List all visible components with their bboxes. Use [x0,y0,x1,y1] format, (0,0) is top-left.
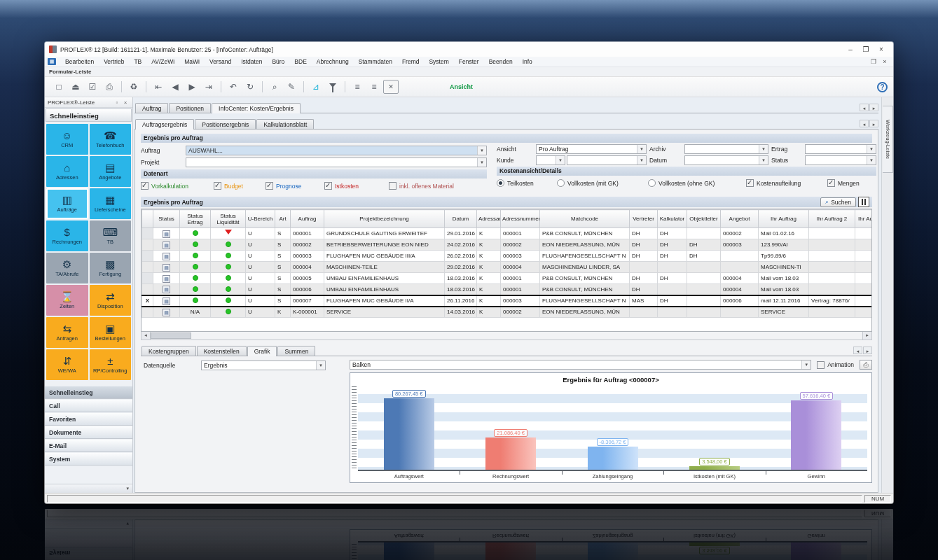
menu-item-fenster[interactable]: Fenster [454,58,484,65]
chevron-down-icon[interactable]: ▼ [867,156,876,164]
row-detail-icon[interactable]: ▤ [163,230,170,238]
delete-icon[interactable]: ♻ [126,80,142,94]
menu-item-abrechnung[interactable]: Abrechnung [312,58,354,65]
sidebar-tile-disposition[interactable]: ⇄Disposition [90,285,132,316]
tab-scroll-right-icon[interactable]: ▸ [863,346,872,354]
menu-item-versand[interactable]: Versand [205,58,236,65]
check-option-istkosten[interactable]: Istkosten [324,182,389,190]
row-detail-icon[interactable]: ▤ [163,275,170,283]
scroll-right-icon[interactable]: ▸ [862,332,871,340]
column-header-auftrag[interactable]: Auftrag [291,210,324,228]
checkbox-vorkalkulation[interactable] [141,182,149,190]
sidebar-tile-angebote[interactable]: ▤Angebote [90,156,132,187]
column-header-status[interactable]: Status [153,210,180,228]
sidebar-tile-telefonbuch[interactable]: ☎Telefonbuch [90,124,132,155]
chevron-down-icon[interactable]: ▼ [477,146,486,155]
table-row[interactable]: X▤US000007FLUGHAFEN MUC GEBÄUDE II/A26.1… [142,295,873,307]
check-option-vorkalkulation[interactable]: Vorkalkulation [141,182,214,190]
chevron-down-icon[interactable]: ▼ [759,156,768,164]
sidebar-tile-bestellungen[interactable]: ▣Bestellungen [90,317,132,348]
chevron-down-icon[interactable]: ▼ [556,156,565,164]
checkbox-kostenaufteilung[interactable] [746,179,754,187]
bottomtab-kostenstellen[interactable]: Kostenstellen [197,346,247,356]
chevron-down-icon[interactable]: ▼ [759,145,768,153]
column-header-ihr-au[interactable]: Ihr Au [855,210,873,228]
sidebar-tile-adressen[interactable]: ⌂Adressen [46,156,88,187]
last-record-icon[interactable]: ⇥ [201,80,216,94]
chevron-down-icon[interactable]: ▼ [477,158,486,167]
row-selector-cell[interactable] [142,284,153,295]
filter-delta-icon[interactable]: ⊿ [308,80,324,94]
row-selector-cell[interactable] [142,262,153,273]
mdi-close-icon[interactable]: × [879,58,890,65]
undo-icon[interactable]: ↶ [226,80,241,94]
row-detail-icon[interactable]: ▤ [163,264,170,272]
menu-item-vertrieb[interactable]: Vertrieb [99,58,129,65]
sidebar-tile-rp-controlling[interactable]: ±RP/Controlling [90,349,132,380]
column-header-ihr-auftrag[interactable]: Ihr Auftrag [759,210,809,228]
bottomtab-grafik[interactable]: Grafik [247,346,277,356]
column-header-projektbezeichnung[interactable]: Projektbezeichnung [324,210,445,228]
row-selector-cell[interactable] [142,307,153,318]
status-select[interactable]: ▼ [805,155,876,165]
column-header-u-bereich[interactable]: U-Bereich [246,210,275,228]
table-row[interactable]: ▤US000005UMBAU EINFAMILIENHAUS18.03.2016… [142,273,873,284]
menu-item-bde[interactable]: BDE [289,58,311,65]
pin-icon[interactable]: ▫ [113,99,121,106]
checkbox-istkosten[interactable] [324,182,332,190]
column-header-datum[interactable]: Datum [445,210,477,228]
sidebar-item-e-mail[interactable]: E-Mail [45,439,132,452]
radio-vollkosten-mit-gk[interactable] [557,179,565,187]
chart-print-icon[interactable]: ⎙ [860,360,872,370]
row-selector-cell[interactable] [142,228,153,239]
bottomtab-kostengruppen[interactable]: Kostengruppen [142,346,196,356]
bottomtab-summen[interactable]: Summen [277,346,315,356]
subtab-positionsergebnis[interactable]: Positionsergebnis [195,119,256,129]
row-selector-cell[interactable] [142,251,153,262]
row-selector-cell[interactable] [142,273,153,284]
table-row[interactable]: ▤US000003FLUGHAFEN MUC GEBÄUDE III/A26.0… [142,251,873,262]
table-row[interactable]: ▤US000001GRUNDSCHULE GAUTING ERWEITEF29.… [142,228,873,239]
mdi-restore-icon[interactable]: ❐ [868,58,879,65]
row-detail-icon[interactable]: ▤ [163,253,170,260]
check-option-prognose[interactable]: Prognose [265,182,324,190]
sidebar-more-button[interactable]: ▾ [45,484,132,493]
radio-vollkosten-ohne-gk[interactable] [648,179,656,187]
sidebar-tile-lieferscheine[interactable]: ▦Lieferscheine [90,188,132,219]
schnelleinstieg-header[interactable]: Schnelleinstieg [46,108,132,122]
ertrag-select[interactable]: ▼ [805,144,876,154]
column-header-status-liquidit-t[interactable]: Status Liquidität [211,210,246,228]
row-detail-icon[interactable]: ▤ [163,298,170,305]
tab-scroll-left-icon[interactable]: ◂ [860,104,869,111]
menu-item-tb[interactable]: TB [129,58,146,65]
scroll-left-icon[interactable]: ◂ [142,332,151,340]
column-header-angebot[interactable]: Angebot [721,210,759,228]
sidebar-tile-zeiten[interactable]: ⌛Zeiten [46,285,88,316]
menu-item-istdaten[interactable]: Istdaten [236,58,267,65]
datum-select[interactable]: ▼ [684,155,768,165]
align-lines2-icon[interactable]: ≡ [366,80,382,94]
previous-record-icon[interactable]: ◀ [167,80,183,94]
tab-infocenter-kosten-ergebnis[interactable]: InfoCenter: Kosten/Ergebnis [212,103,301,113]
menu-item-b-ro[interactable]: Büro [267,58,289,65]
menu-item-av-zewi[interactable]: AV/ZeWi [146,58,179,65]
sidebar-item-schnelleinstieg[interactable]: Schnelleinstieg [45,386,132,399]
close-button[interactable]: × [874,46,889,53]
sidebar-tile-ta-abrufe[interactable]: ⚙TA/Abrufe [46,253,88,284]
auftrag-select[interactable]: AUSWAHL...▼ [186,146,487,155]
animation-option[interactable]: Animation [817,361,854,369]
sidebar-item-dokumente[interactable]: Dokumente [45,426,132,439]
menu-item-mawi[interactable]: MaWi [179,58,205,65]
menu-item-stammdaten[interactable]: Stammdaten [354,58,397,65]
system-menu-icon[interactable]: ▦ [48,58,56,65]
column-header-adressnummer[interactable]: Adressnummer [501,210,540,228]
sidebar-item-call[interactable]: Call [45,399,132,412]
archiv-select[interactable]: ▼ [684,144,768,154]
chevron-down-icon[interactable]: ▼ [867,145,876,153]
tab-scroll-left-icon[interactable]: ◂ [860,120,869,127]
check-option-budget[interactable]: Budget [214,182,265,190]
check-option-kostenaufteilung[interactable]: Kostenaufteilung [746,179,827,187]
subtab-kalkulationsblatt[interactable]: Kalkulationsblatt [256,119,314,129]
werkzeug-leiste-tab[interactable]: Werkzeug-Leiste [883,106,893,173]
radio-option-vollkosten-ohne-gk[interactable]: Vollkosten (ohne GK) [648,179,746,187]
